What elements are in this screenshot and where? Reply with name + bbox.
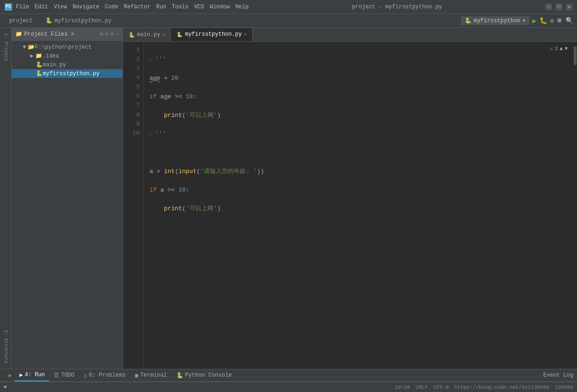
myfirst-py-icon: 🐍: [36, 70, 43, 77]
minimize-button[interactable]: —: [545, 4, 552, 10]
sidebar-icon-project[interactable]: 1: Project: [1, 32, 10, 63]
blog-url[interactable]: https://blog.csdn.net/zyy130388: [454, 385, 550, 390]
menu-file[interactable]: File: [16, 4, 29, 10]
bottom-tab-python-console[interactable]: 🐍 Python Console: [172, 370, 237, 381]
terminal-icon: ▣: [135, 372, 138, 379]
warning-gutter: ⚠ 2 ▲ ▼: [550, 45, 568, 51]
event-log-label[interactable]: Event Log: [543, 372, 573, 379]
menu-help[interactable]: Help: [235, 4, 249, 10]
problems-label: 6: Problems: [89, 372, 126, 379]
cursor-position[interactable]: 10:28: [395, 385, 410, 390]
myfirst-tab-icon: 🐍: [176, 32, 183, 38]
close-button[interactable]: ✕: [566, 4, 572, 10]
status-bar: ▼ 10:28 CRLF UTF-8 https://blog.csdn.net…: [0, 382, 577, 392]
bottom-tab-todo[interactable]: ☰ TODO: [49, 370, 79, 381]
run-config-name: myfirsstpython: [473, 18, 520, 24]
debug-button[interactable]: 🐛: [539, 17, 547, 25]
warning-up-arrow[interactable]: ▲: [560, 46, 563, 51]
stop-button[interactable]: ⏹: [557, 17, 563, 24]
run-tab-icon2: ▶: [19, 372, 23, 379]
main-tab-close[interactable]: ✕: [162, 32, 165, 38]
collapse-button[interactable]: ⊖: [105, 31, 108, 38]
menu-window[interactable]: Window: [210, 4, 230, 10]
editor-scrollbar[interactable]: [573, 42, 577, 380]
root-folder-icon: 📂: [28, 44, 35, 51]
todo-icon: ☰: [54, 372, 59, 379]
settings-button[interactable]: ⚙: [110, 31, 114, 38]
line-separator[interactable]: CRLF: [415, 385, 428, 390]
title-bar: PC File Edit View Navigate Code Refactor…: [0, 0, 577, 14]
project-tab[interactable]: project: [4, 16, 38, 26]
menu-run[interactable]: Run: [156, 4, 166, 10]
run-button[interactable]: ▶: [532, 16, 537, 26]
file-tab-icon: 🐍: [45, 17, 52, 24]
code-line-1: ⌐''': [149, 55, 568, 64]
myfirst-tab-close[interactable]: ✕: [244, 32, 246, 37]
window-controls[interactable]: — □ ✕: [545, 4, 572, 10]
menu-bar[interactable]: File Edit View Navigate Code Refactor Ru…: [16, 4, 249, 10]
editor-tab-main[interactable]: 🐍 main.py ✕: [123, 28, 171, 41]
myfirst-tab-label: myfirsstpython.py: [185, 31, 241, 38]
problems-icon: ⚠: [84, 372, 87, 379]
editor-area: 🐍 main.py ✕ 🐍 myfirsstpython.py ✕ 1 2 3 …: [123, 28, 577, 380]
search-button[interactable]: 🔍: [565, 17, 573, 25]
tree-idea-folder[interactable]: ▶ 📁 .idea: [12, 51, 123, 60]
file-encoding[interactable]: UTF-8: [434, 385, 449, 390]
tree-root-arrow: ▼: [23, 44, 26, 51]
editor-tab-myfirst[interactable]: 🐍 myfirsstpython.py ✕: [171, 28, 252, 41]
bottom-tab-problems[interactable]: ⚠ 6: Problems: [79, 370, 130, 381]
idea-folder-icon: 📁: [35, 52, 42, 59]
tree-myfirst-py[interactable]: 🐍 myfirsstpython.py: [12, 69, 123, 78]
panel-header-buttons: ⊕ ⊖ ⚙ —: [100, 31, 119, 38]
menu-refactor[interactable]: Refactor: [124, 4, 151, 10]
run-config-dropdown-icon[interactable]: ▾: [522, 17, 525, 24]
folder-open-icon: 📁: [15, 31, 22, 38]
maximize-button[interactable]: □: [556, 4, 562, 10]
main-tab-label: main.py: [137, 32, 160, 38]
sidebar-icon-structure[interactable]: 2: Structure: [1, 328, 10, 365]
menu-tools[interactable]: Tools: [172, 4, 188, 10]
file-tab[interactable]: 🐍 myfirsstpython.py: [40, 15, 117, 26]
warning-icon: ⚠: [550, 45, 553, 51]
left-sidebar-icons: 1: Project 2: Structure ★: [0, 28, 12, 380]
tree-main-py-label: main.py: [43, 62, 66, 68]
bottom-run-icon[interactable]: ▶: [6, 371, 15, 379]
code-line-7: a = int(input('请输入您的年龄: ')): [149, 167, 568, 176]
menu-vcs[interactable]: VCS: [194, 4, 204, 10]
run-tab-label: 4: Run: [25, 372, 45, 378]
menu-edit[interactable]: Edit: [35, 4, 48, 10]
tree-root[interactable]: ▼ 📂 F:\python\project: [12, 43, 123, 51]
code-line-6: [149, 148, 568, 158]
code-line-2: age = 20: [149, 74, 568, 83]
tree-root-label: F:\python\project: [35, 44, 91, 51]
main-py-icon: 🐍: [36, 61, 43, 68]
git-icon[interactable]: ▼: [4, 385, 7, 390]
code-content[interactable]: ⌐''' age = 20 if age >= 18: print('可以上网'…: [144, 42, 573, 380]
project-files-label: Project Files >: [24, 31, 74, 38]
code-line-5: ⌐''': [149, 129, 568, 139]
menu-view[interactable]: View: [54, 4, 67, 10]
run-config[interactable]: 🐍 myfirsstpython ▾: [461, 16, 529, 25]
main-layout: 1: Project 2: Structure ★ 📁 Project File…: [0, 28, 577, 380]
warning-down-arrow[interactable]: ▼: [564, 46, 568, 51]
add-content-button[interactable]: ⊕: [100, 31, 103, 38]
menu-code[interactable]: Code: [105, 4, 118, 10]
project-tree: ▼ 📂 F:\python\project ▶ 📁 .idea 🐍 main.p…: [12, 41, 123, 380]
tree-main-py[interactable]: 🐍 main.py: [12, 60, 123, 69]
bottom-tab-run[interactable]: ▶ 4: Run: [15, 370, 49, 381]
toolbar-left: project 🐍 myfirsstpython.py: [4, 15, 117, 26]
code-line-10: [149, 223, 568, 232]
tree-idea-label: .idea: [42, 53, 59, 59]
line-numbers: 1 2 3 4 5 6 7 8 9 10: [123, 42, 144, 380]
tree-myfirst-py-label: myfirsstpython.py: [43, 71, 99, 77]
menu-navigate[interactable]: Navigate: [72, 4, 99, 10]
run-config-icon: 🐍: [465, 17, 472, 24]
code-line-4: print('可以上网'): [149, 111, 568, 120]
page-number: 130388: [555, 385, 573, 390]
close-panel-button[interactable]: —: [116, 31, 119, 38]
code-editor[interactable]: 1 2 3 4 5 6 7 8 9 10 ⌐''' age = 20 if ag…: [123, 42, 577, 380]
panel-header-title: 📁 Project Files >: [15, 31, 74, 38]
bottom-tab-terminal[interactable]: ▣ Terminal: [130, 370, 172, 381]
bottom-tabs-bar: ▶ ▶ 4: Run ☰ TODO ⚠ 6: Problems ▣ Termin…: [0, 369, 577, 382]
coverage-button[interactable]: ⚙: [550, 17, 554, 25]
